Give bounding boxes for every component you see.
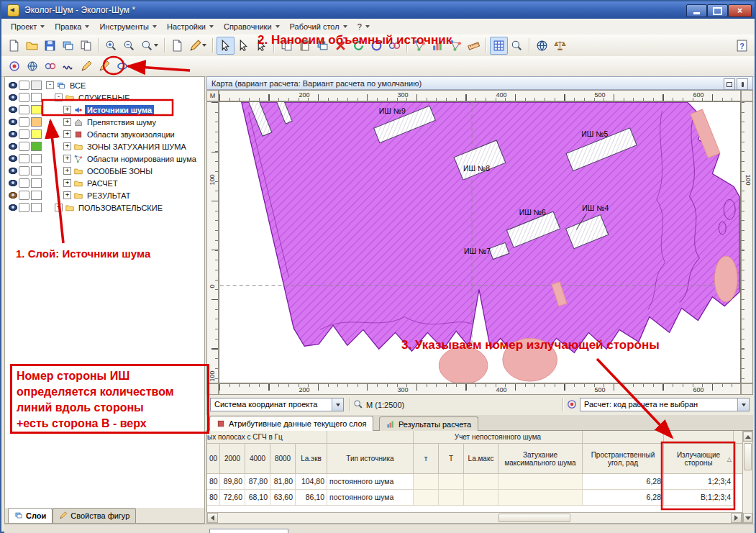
tree-label[interactable]: РАСЧЕТ: [85, 178, 120, 188]
close-button[interactable]: ×: [728, 4, 752, 17]
table-cell[interactable]: 87,80: [245, 474, 270, 490]
source-label[interactable]: ИШ №8: [463, 165, 490, 173]
table-cell[interactable]: 89,80: [220, 474, 245, 490]
chevron-down-icon[interactable]: [332, 398, 343, 411]
column-header[interactable]: Пространственный угол, рад: [583, 444, 664, 474]
tree-label[interactable]: ПОЛЬЗОВАТЕЛЬСКИЕ: [76, 203, 165, 213]
visibility-eye-icon[interactable]: [9, 94, 17, 101]
layer-lock-icon[interactable]: [19, 105, 29, 114]
tree-label[interactable]: Препятствия шуму: [85, 117, 158, 127]
tree-row-special-zones[interactable]: + ОСО0БЫЕ ЗОНЫ: [5, 165, 204, 177]
map-panel-header[interactable]: Карта (вариант расчета: Вариант расчета …: [206, 76, 753, 90]
table-cell[interactable]: [498, 474, 583, 490]
layer-color-swatch[interactable]: [31, 81, 42, 90]
tree-label-selected[interactable]: Источники шума: [85, 105, 154, 115]
table-cell[interactable]: постоянного шума: [327, 490, 414, 506]
table-cell[interactable]: 63,60: [270, 490, 296, 506]
visibility-eye-icon[interactable]: [9, 180, 17, 186]
layer-color-swatch[interactable]: [31, 178, 42, 188]
tree-label[interactable]: ОСО0БЫЕ ЗОНЫ: [85, 166, 155, 176]
layer-lock-icon[interactable]: [19, 191, 29, 200]
table-cell[interactable]: постоянного шума: [327, 474, 414, 490]
tree-row-attenuation-zones[interactable]: + ЗОНЫ ЗАТУХАНИЯ ШУМА: [5, 140, 204, 152]
help-button[interactable]: [733, 37, 751, 55]
export-button[interactable]: [77, 37, 95, 55]
table-cell[interactable]: [439, 474, 464, 490]
tab-figure-properties[interactable]: Свойства фигур: [53, 508, 136, 523]
tree-label[interactable]: СЛУЖЕБНЫЕ: [76, 93, 132, 103]
zoom-out-button[interactable]: [120, 37, 138, 55]
layer-color-swatch[interactable]: [31, 166, 42, 176]
layer-color-swatch[interactable]: [31, 117, 42, 127]
scroll-left-button[interactable]: [207, 513, 218, 523]
tree-row-service[interactable]: - СЛУЖЕБНЫЕ: [5, 91, 204, 104]
table-cell[interactable]: 104,80: [296, 474, 327, 490]
coordinate-system-select[interactable]: Система координат проекта: [210, 398, 344, 411]
scroll-right-button[interactable]: [731, 513, 742, 523]
tree-row-all[interactable]: - ВСЕ: [5, 79, 204, 91]
scroll-down-button[interactable]: [743, 513, 752, 523]
tree-row-calculation[interactable]: + РАСЧЕТ: [5, 177, 204, 189]
layer-lock-icon[interactable]: [19, 117, 29, 127]
menu-project[interactable]: Проект: [6, 20, 50, 33]
map-settings-button[interactable]: [533, 37, 551, 55]
menu-edit[interactable]: Правка: [50, 20, 94, 33]
select-tool-button[interactable]: [217, 37, 234, 55]
zoom-in-button[interactable]: [102, 37, 120, 55]
layer-color-swatch[interactable]: [31, 129, 42, 139]
pin-panel-button[interactable]: [737, 78, 748, 90]
grid-snap-button[interactable]: [490, 37, 508, 55]
visibility-eye-icon[interactable]: [9, 204, 17, 211]
linear-source-button[interactable]: [59, 58, 77, 76]
column-header[interactable]: 00: [207, 444, 220, 474]
add-figure-button[interactable]: [168, 37, 186, 55]
menu-help[interactable]: ?: [352, 20, 375, 33]
column-header-radiating-sides[interactable]: Излучающие стороны △: [664, 444, 734, 474]
visibility-eye-icon[interactable]: [9, 82, 17, 88]
tree-expander[interactable]: +: [63, 106, 71, 114]
layer-lock-icon[interactable]: [19, 81, 29, 90]
visibility-eye-icon[interactable]: [9, 155, 17, 162]
tree-expander[interactable]: +: [63, 167, 71, 175]
table-cell[interactable]: 80: [207, 474, 220, 490]
menu-settings[interactable]: Настройки: [162, 20, 219, 33]
mobile-source-button[interactable]: [23, 58, 41, 76]
measure-button[interactable]: [465, 37, 483, 55]
column-header[interactable]: Тип источника: [327, 444, 414, 474]
table-cell-radiating-sides[interactable]: 1;2;3;4: [664, 474, 734, 490]
table-cell[interactable]: 6,28: [583, 490, 664, 506]
tab-results[interactable]: Результаты расчета: [379, 416, 478, 431]
table-cell[interactable]: [439, 490, 464, 506]
select-node-tool-button[interactable]: [234, 37, 252, 55]
tree-row-user[interactable]: + ПОЛЬЗОВАТЕЛЬСКИЕ: [5, 201, 204, 214]
layer-lock-icon[interactable]: [19, 178, 29, 188]
table-cell[interactable]: 80: [207, 490, 220, 506]
visibility-eye-icon[interactable]: [9, 143, 17, 150]
source-label[interactable]: ИШ №5: [581, 130, 608, 138]
tree-label[interactable]: Области нормирования шума: [85, 154, 199, 164]
tree-label[interactable]: РЕЗУЛЬТАТ: [85, 191, 132, 201]
tree-row-normalization-areas[interactable]: + Области нормирования шума: [5, 152, 204, 165]
tree-row-result[interactable]: + РЕЗУЛЬТАТ: [5, 189, 204, 201]
table-cell[interactable]: 68,10: [245, 490, 270, 506]
save-project-button[interactable]: [41, 37, 59, 55]
layer-color-swatch[interactable]: [31, 142, 42, 151]
scroll-up-button[interactable]: [743, 432, 752, 442]
open-project-button[interactable]: [23, 37, 41, 55]
table-cell[interactable]: 72,60: [220, 490, 245, 506]
menu-desktop[interactable]: Рабочий стол: [285, 20, 352, 33]
layer-lock-icon[interactable]: [19, 129, 29, 139]
column-header[interactable]: Т: [439, 444, 464, 474]
volume-source-button[interactable]: [113, 58, 131, 76]
calculation-select[interactable]: Расчет: код расчета не выбран: [580, 398, 750, 411]
menu-tools[interactable]: Инструменты: [94, 20, 162, 33]
layer-lock-icon[interactable]: [19, 93, 29, 102]
tree-row-sound-insulation[interactable]: + Области звукоизоляции: [5, 128, 204, 140]
table-cell[interactable]: [464, 474, 498, 490]
layer-lock-icon[interactable]: [19, 166, 29, 176]
visibility-eye-icon[interactable]: [9, 131, 17, 137]
column-header[interactable]: Затухание максимального шума: [498, 444, 583, 474]
project-structure-button[interactable]: [59, 37, 77, 55]
table-cell[interactable]: 6,28: [583, 474, 664, 490]
layer-color-swatch[interactable]: [31, 203, 42, 212]
